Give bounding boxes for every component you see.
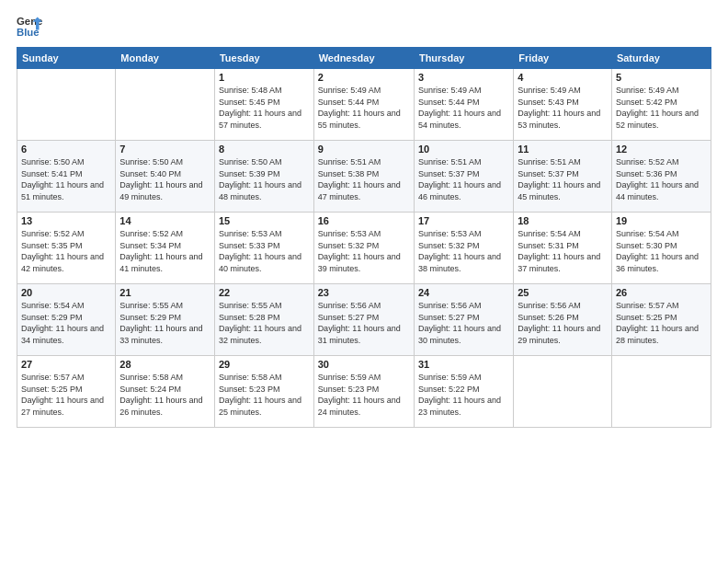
calendar-day-cell: 17Sunrise: 5:53 AMSunset: 5:32 PMDayligh… [414, 213, 513, 284]
day-number: 12 [616, 144, 707, 155]
calendar-day-cell: 20Sunrise: 5:54 AMSunset: 5:29 PMDayligh… [17, 284, 116, 356]
day-number: 4 [518, 72, 608, 83]
calendar-header-row: SundayMondayTuesdayWednesdayThursdayFrid… [17, 48, 711, 69]
day-info: Sunrise: 5:52 AMSunset: 5:35 PMDaylight:… [21, 228, 111, 274]
calendar-day-cell: 29Sunrise: 5:58 AMSunset: 5:23 PMDayligh… [214, 356, 313, 428]
day-info: Sunrise: 5:56 AMSunset: 5:26 PMDaylight:… [518, 300, 608, 346]
calendar-day-cell: 3Sunrise: 5:49 AMSunset: 5:44 PMDaylight… [414, 69, 513, 141]
day-info: Sunrise: 5:56 AMSunset: 5:27 PMDaylight:… [318, 300, 410, 346]
day-number: 2 [318, 72, 410, 83]
calendar-day-cell: 22Sunrise: 5:55 AMSunset: 5:28 PMDayligh… [214, 284, 313, 356]
day-number: 16 [318, 215, 410, 226]
day-info: Sunrise: 5:57 AMSunset: 5:25 PMDaylight:… [616, 300, 707, 346]
calendar-day-cell: 10Sunrise: 5:51 AMSunset: 5:37 PMDayligh… [414, 141, 513, 213]
calendar-day-cell: 13Sunrise: 5:52 AMSunset: 5:35 PMDayligh… [17, 213, 116, 284]
day-info: Sunrise: 5:55 AMSunset: 5:28 PMDaylight:… [219, 300, 310, 346]
calendar-table: SundayMondayTuesdayWednesdayThursdayFrid… [17, 47, 711, 428]
day-info: Sunrise: 5:49 AMSunset: 5:43 PMDaylight:… [518, 85, 608, 131]
weekday-header-thursday: Thursday [414, 48, 513, 69]
day-info: Sunrise: 5:50 AMSunset: 5:39 PMDaylight:… [219, 156, 310, 202]
day-number: 18 [518, 215, 608, 226]
day-number: 13 [21, 215, 111, 226]
day-info: Sunrise: 5:57 AMSunset: 5:25 PMDaylight:… [21, 372, 111, 418]
calendar-day-cell: 6Sunrise: 5:50 AMSunset: 5:41 PMDaylight… [17, 141, 116, 213]
day-number: 24 [418, 287, 509, 298]
calendar-empty-cell [611, 356, 711, 428]
weekday-header-sunday: Sunday [17, 48, 116, 69]
day-number: 10 [418, 144, 509, 155]
day-number: 8 [219, 144, 310, 155]
day-number: 9 [318, 144, 410, 155]
weekday-header-wednesday: Wednesday [313, 48, 414, 69]
svg-text:Blue: Blue [17, 27, 40, 38]
day-number: 27 [21, 359, 111, 370]
day-info: Sunrise: 5:54 AMSunset: 5:31 PMDaylight:… [518, 228, 608, 274]
day-info: Sunrise: 5:59 AMSunset: 5:22 PMDaylight:… [418, 372, 509, 418]
day-number: 7 [119, 144, 210, 155]
calendar-day-cell: 26Sunrise: 5:57 AMSunset: 5:25 PMDayligh… [611, 284, 711, 356]
calendar-day-cell: 9Sunrise: 5:51 AMSunset: 5:38 PMDaylight… [313, 141, 414, 213]
calendar-day-cell: 25Sunrise: 5:56 AMSunset: 5:26 PMDayligh… [514, 284, 612, 356]
calendar-day-cell: 19Sunrise: 5:54 AMSunset: 5:30 PMDayligh… [611, 213, 711, 284]
day-info: Sunrise: 5:58 AMSunset: 5:23 PMDaylight:… [219, 372, 310, 418]
day-number: 29 [219, 359, 310, 370]
day-number: 17 [418, 215, 509, 226]
calendar-day-cell: 15Sunrise: 5:53 AMSunset: 5:33 PMDayligh… [214, 213, 313, 284]
calendar-day-cell: 2Sunrise: 5:49 AMSunset: 5:44 PMDaylight… [313, 69, 414, 141]
day-info: Sunrise: 5:54 AMSunset: 5:30 PMDaylight:… [616, 228, 707, 274]
generalblue-logo-icon: General Blue [17, 14, 42, 40]
calendar-empty-cell [514, 356, 612, 428]
weekday-header-saturday: Saturday [611, 48, 711, 69]
day-info: Sunrise: 5:53 AMSunset: 5:32 PMDaylight:… [418, 228, 509, 274]
calendar-week-row: 27Sunrise: 5:57 AMSunset: 5:25 PMDayligh… [17, 356, 711, 428]
day-number: 23 [318, 287, 410, 298]
calendar-week-row: 6Sunrise: 5:50 AMSunset: 5:41 PMDaylight… [17, 141, 711, 213]
day-number: 3 [418, 72, 509, 83]
day-number: 19 [616, 215, 707, 226]
day-info: Sunrise: 5:54 AMSunset: 5:29 PMDaylight:… [21, 300, 111, 346]
day-number: 28 [119, 359, 210, 370]
calendar-week-row: 1Sunrise: 5:48 AMSunset: 5:45 PMDaylight… [17, 69, 711, 141]
day-number: 5 [616, 72, 707, 83]
day-number: 22 [219, 287, 310, 298]
weekday-header-tuesday: Tuesday [214, 48, 313, 69]
calendar-day-cell: 14Sunrise: 5:52 AMSunset: 5:34 PMDayligh… [116, 213, 215, 284]
day-number: 21 [119, 287, 210, 298]
day-number: 15 [219, 215, 310, 226]
day-info: Sunrise: 5:51 AMSunset: 5:38 PMDaylight:… [318, 156, 410, 202]
day-info: Sunrise: 5:53 AMSunset: 5:32 PMDaylight:… [318, 228, 410, 274]
day-info: Sunrise: 5:52 AMSunset: 5:34 PMDaylight:… [119, 228, 210, 274]
day-info: Sunrise: 5:56 AMSunset: 5:27 PMDaylight:… [418, 300, 509, 346]
day-number: 1 [219, 72, 310, 83]
calendar-day-cell: 8Sunrise: 5:50 AMSunset: 5:39 PMDaylight… [214, 141, 313, 213]
day-info: Sunrise: 5:59 AMSunset: 5:23 PMDaylight:… [318, 372, 410, 418]
day-info: Sunrise: 5:58 AMSunset: 5:24 PMDaylight:… [119, 372, 210, 418]
calendar-empty-cell [17, 69, 116, 141]
calendar-week-row: 20Sunrise: 5:54 AMSunset: 5:29 PMDayligh… [17, 284, 711, 356]
day-number: 11 [518, 144, 608, 155]
day-info: Sunrise: 5:48 AMSunset: 5:45 PMDaylight:… [219, 85, 310, 131]
calendar-day-cell: 21Sunrise: 5:55 AMSunset: 5:29 PMDayligh… [116, 284, 215, 356]
day-number: 26 [616, 287, 707, 298]
day-info: Sunrise: 5:55 AMSunset: 5:29 PMDaylight:… [119, 300, 210, 346]
calendar-day-cell: 1Sunrise: 5:48 AMSunset: 5:45 PMDaylight… [214, 69, 313, 141]
day-number: 31 [418, 359, 509, 370]
calendar-day-cell: 24Sunrise: 5:56 AMSunset: 5:27 PMDayligh… [414, 284, 513, 356]
day-info: Sunrise: 5:49 AMSunset: 5:44 PMDaylight:… [318, 85, 410, 131]
logo: General Blue [17, 14, 42, 40]
day-info: Sunrise: 5:50 AMSunset: 5:41 PMDaylight:… [21, 156, 111, 202]
day-info: Sunrise: 5:52 AMSunset: 5:36 PMDaylight:… [616, 156, 707, 202]
calendar-day-cell: 16Sunrise: 5:53 AMSunset: 5:32 PMDayligh… [313, 213, 414, 284]
calendar-week-row: 13Sunrise: 5:52 AMSunset: 5:35 PMDayligh… [17, 213, 711, 284]
weekday-header-monday: Monday [116, 48, 215, 69]
calendar-day-cell: 12Sunrise: 5:52 AMSunset: 5:36 PMDayligh… [611, 141, 711, 213]
calendar-day-cell: 11Sunrise: 5:51 AMSunset: 5:37 PMDayligh… [514, 141, 612, 213]
calendar-day-cell: 5Sunrise: 5:49 AMSunset: 5:42 PMDaylight… [611, 69, 711, 141]
day-number: 6 [21, 144, 111, 155]
calendar-day-cell: 18Sunrise: 5:54 AMSunset: 5:31 PMDayligh… [514, 213, 612, 284]
calendar-day-cell: 30Sunrise: 5:59 AMSunset: 5:23 PMDayligh… [313, 356, 414, 428]
day-info: Sunrise: 5:51 AMSunset: 5:37 PMDaylight:… [518, 156, 608, 202]
day-number: 25 [518, 287, 608, 298]
day-info: Sunrise: 5:49 AMSunset: 5:42 PMDaylight:… [616, 85, 707, 131]
day-info: Sunrise: 5:50 AMSunset: 5:40 PMDaylight:… [119, 156, 210, 202]
